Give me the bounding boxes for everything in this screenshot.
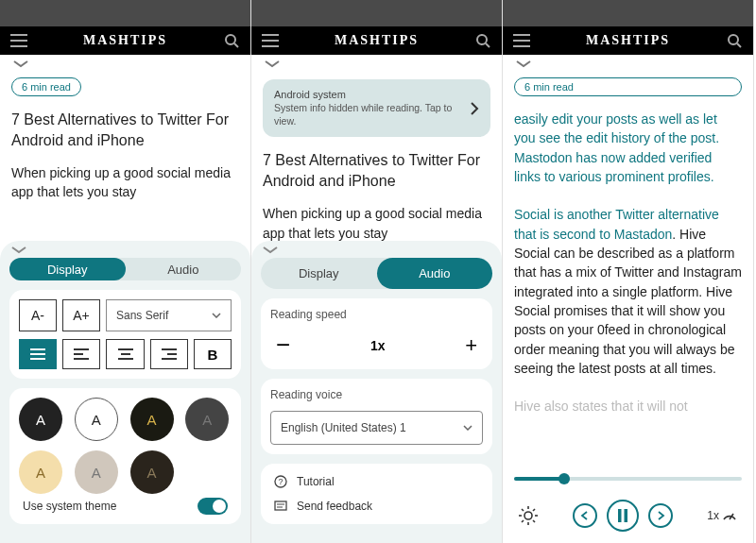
next-button[interactable] [648,503,673,528]
speed-increase-button[interactable]: + [465,333,477,358]
speed-card: Reading speed − 1x + [261,298,492,369]
read-time-badge: 6 min read [514,77,742,96]
notif-title: Android system [274,89,462,100]
settings-icon[interactable] [518,505,539,526]
svg-rect-42 [625,509,628,522]
voice-label: Reading voice [270,388,483,401]
tab-display[interactable]: Display [261,258,377,289]
menu-icon[interactable] [9,34,28,47]
article-title: 7 Best Alternatives to Twitter For Andro… [11,110,239,150]
app-header: MASHTIPS [503,26,753,55]
notif-body: System info hidden while reading. Tap to… [274,102,462,127]
font-family-select[interactable]: Sans Serif [106,299,232,331]
svg-text:?: ? [278,477,283,486]
system-notification[interactable]: Android system System info hidden while … [263,79,490,137]
svg-line-38 [533,520,535,522]
status-bar [503,0,753,26]
search-icon[interactable] [473,33,492,48]
svg-line-39 [522,520,524,522]
svg-rect-41 [618,509,622,522]
panel-handle-icon[interactable] [261,241,492,258]
brand-logo: MASHTIPS [586,33,670,48]
article-body: When picking up a good social media app … [263,204,490,243]
theme-swatch-4[interactable]: A [19,450,62,494]
faded-text: Hive also states that it will not [514,399,688,414]
svg-line-4 [234,43,238,47]
brand-logo: MASHTIPS [83,33,167,48]
playback-rate-button[interactable]: 1x [707,509,738,522]
article-body: When picking up a good social media app … [11,163,239,202]
align-justify-button[interactable] [19,339,57,369]
theme-swatch-3[interactable]: A [185,398,229,441]
feedback-link[interactable]: Send feedback [270,494,483,518]
align-left-button[interactable] [62,339,100,369]
screenshot-playback: MASHTIPS 6 min read easily edit your pos… [503,0,754,543]
settings-tabs: Display Audio [261,258,492,289]
svg-point-3 [226,35,235,44]
panel-handle-icon[interactable] [9,241,241,258]
settings-tabs: Display Audio [9,258,241,280]
theme-swatch-2[interactable]: A [130,398,174,441]
app-header: MASHTIPS [251,26,502,55]
tutorial-link[interactable]: ?Tutorial [270,469,483,494]
align-center-button[interactable] [106,339,144,369]
svg-line-21 [486,43,490,47]
tab-audio[interactable]: Audio [377,258,493,289]
svg-line-31 [737,43,741,47]
theme-card: AAAAAAA Use system theme [9,388,241,524]
link-text[interactable]: easily edit your posts as well as let yo… [514,111,719,184]
search-icon[interactable] [222,33,241,48]
speed-decrease-button[interactable]: − [276,331,290,360]
collapse-chevron-icon[interactable] [11,55,239,72]
font-larger-button[interactable]: A+ [62,299,100,331]
align-right-button[interactable] [150,339,188,369]
status-bar [251,0,502,26]
reader-settings-panel: Display Audio A- A+ Sans Serif B AAAAAAA… [0,241,250,543]
collapse-chevron-icon[interactable] [514,55,742,72]
body-text: . Hive Social can be described as a plat… [514,227,742,376]
svg-rect-24 [275,501,286,510]
svg-point-32 [524,512,532,519]
progress-slider[interactable] [514,477,742,481]
theme-swatch-0[interactable]: A [19,398,62,441]
status-bar [0,0,250,26]
read-time-badge: 6 min read [11,77,81,96]
svg-line-40 [533,509,535,511]
theme-swatch-5[interactable]: A [75,450,118,494]
bold-button[interactable]: B [194,339,232,369]
app-header: MASHTIPS [0,26,250,55]
font-card: A- A+ Sans Serif B [9,290,241,379]
menu-icon[interactable] [512,34,531,47]
article-body: easily edit your posts as well as let yo… [514,110,742,469]
svg-line-37 [522,509,524,511]
chevron-right-icon [470,101,479,116]
article-title: 7 Best Alternatives to Twitter For Andro… [263,150,490,191]
collapse-chevron-icon[interactable] [263,55,490,72]
font-smaller-button[interactable]: A- [19,299,57,331]
playback-bar: 1x [514,469,742,543]
reader-settings-panel: Display Audio Reading speed − 1x + Readi… [251,241,502,543]
theme-swatch-6[interactable]: A [130,450,174,494]
voice-card: Reading voice English (United States) 1 [261,379,492,454]
theme-swatch-1[interactable]: A [75,398,118,441]
tab-display[interactable]: Display [9,258,126,280]
search-icon[interactable] [725,33,744,48]
svg-point-30 [729,35,738,44]
speed-label: Reading speed [270,308,483,321]
prev-button[interactable] [573,503,597,528]
voice-select[interactable]: English (United States) 1 [270,411,483,445]
speed-value: 1x [370,338,386,353]
screenshot-display-panel: MASHTIPS 6 min read 7 Best Alternatives … [0,0,251,543]
tab-audio[interactable]: Audio [126,258,242,280]
system-theme-toggle[interactable] [198,498,228,515]
system-theme-label: Use system theme [23,500,116,513]
brand-logo: MASHTIPS [335,33,419,48]
screenshot-audio-panel: MASHTIPS Android system System info hidd… [251,0,503,543]
links-card: ?Tutorial Send feedback [261,464,492,524]
svg-point-20 [477,35,487,44]
menu-icon[interactable] [261,34,280,47]
pause-button[interactable] [607,500,639,532]
